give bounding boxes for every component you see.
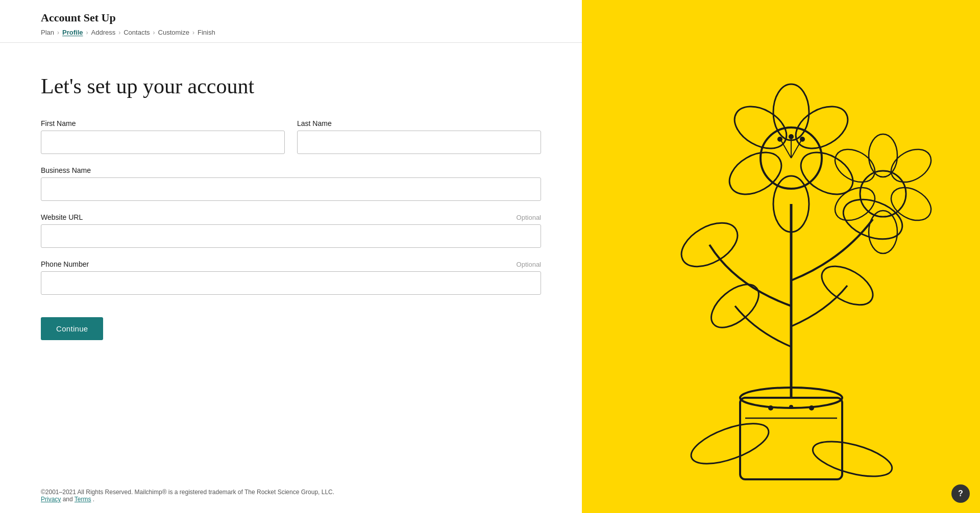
website-url-header: Website URL Optional [41,213,541,221]
phone-number-input[interactable] [41,271,541,295]
phone-row: Phone Number Optional [41,260,541,295]
svg-point-11 [727,98,794,157]
svg-point-7 [789,98,855,157]
footer-period: . [93,496,94,503]
terms-link[interactable]: Terms [75,496,91,503]
breadcrumb-profile[interactable]: Profile [62,29,83,36]
first-name-label: First Name [41,119,76,127]
name-row: First Name Last Name [41,119,541,154]
svg-point-6 [773,84,809,140]
footer-and: and [63,496,73,503]
last-name-group: Last Name [297,119,541,154]
svg-rect-0 [740,398,842,479]
website-url-optional: Optional [517,214,541,221]
page-title: Account Set Up [41,11,541,24]
svg-point-25 [687,415,774,472]
form-heading: Let's set up your account [41,73,541,99]
side-panel [582,0,980,513]
business-name-group: Business Name [41,166,541,201]
breadcrumb-sep-2: › [86,29,88,36]
breadcrumb-sep-3: › [118,29,120,36]
breadcrumb-sep-5: › [192,29,194,36]
svg-point-13 [789,134,794,139]
continue-button[interactable]: Continue [41,317,103,340]
breadcrumb-customize[interactable]: Customize [158,29,189,36]
phone-number-header: Phone Number Optional [41,260,541,268]
svg-point-15 [800,137,805,142]
svg-point-26 [809,434,895,483]
breadcrumb-sep-1: › [57,29,59,36]
svg-point-18 [860,171,906,217]
last-name-label: Last Name [297,119,332,127]
svg-point-17 [777,137,782,142]
business-name-input[interactable] [41,177,541,201]
business-name-header: Business Name [41,166,541,174]
website-url-input[interactable] [41,224,541,248]
help-button[interactable]: ? [951,484,970,503]
last-name-header: Last Name [297,119,541,127]
svg-point-29 [789,405,793,409]
last-name-input[interactable] [297,131,541,154]
phone-number-group: Phone Number Optional [41,260,541,295]
breadcrumb-sep-4: › [153,29,155,36]
website-url-group: Website URL Optional [41,213,541,248]
header: Account Set Up Plan › Profile › Address … [0,0,582,43]
breadcrumb-finish[interactable]: Finish [198,29,215,36]
svg-point-28 [768,405,773,411]
footer: ©2001–2021 All Rights Reserved. Mailchim… [0,480,582,513]
svg-point-10 [722,144,789,203]
svg-point-30 [809,405,814,411]
svg-line-14 [791,140,801,158]
breadcrumb-plan[interactable]: Plan [41,29,54,36]
website-row: Website URL Optional [41,213,541,248]
svg-point-8 [794,144,860,203]
svg-point-24 [829,143,881,189]
privacy-link[interactable]: Privacy [41,496,61,503]
svg-line-16 [781,140,791,158]
breadcrumb: Plan › Profile › Address › Contacts › Cu… [41,29,541,36]
breadcrumb-contacts[interactable]: Contacts [124,29,150,36]
website-url-label: Website URL [41,213,83,221]
copyright-text: ©2001–2021 All Rights Reserved. Mailchim… [41,489,334,496]
form-container: Let's set up your account First Name Las… [0,43,582,480]
phone-number-label: Phone Number [41,260,89,268]
business-row: Business Name [41,166,541,201]
svg-point-20 [886,143,937,189]
business-name-label: Business Name [41,166,91,174]
svg-point-21 [886,181,937,227]
breadcrumb-address[interactable]: Address [91,29,116,36]
first-name-input[interactable] [41,131,285,154]
phone-number-optional: Optional [517,261,541,268]
first-name-group: First Name [41,119,285,154]
first-name-header: First Name [41,119,285,127]
